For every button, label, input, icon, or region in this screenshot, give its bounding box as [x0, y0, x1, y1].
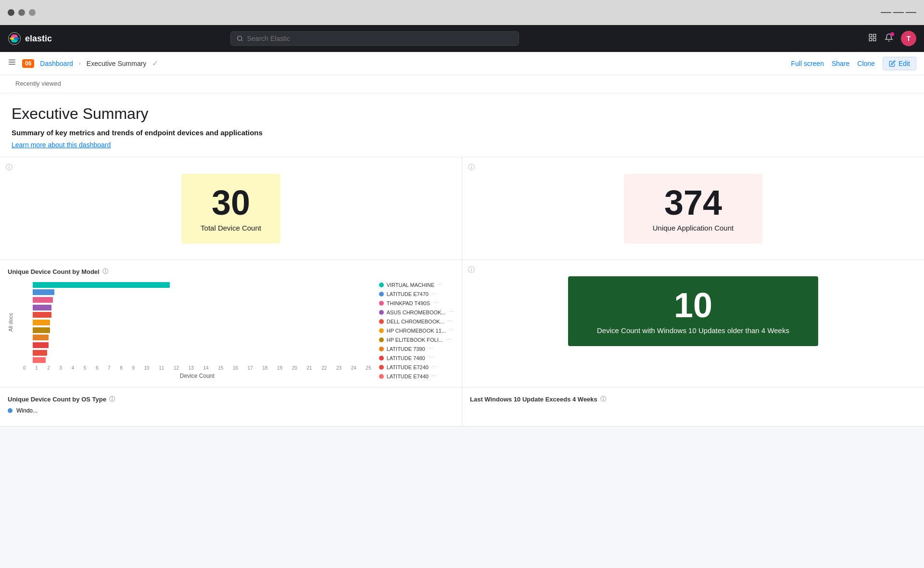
legend-dot — [379, 365, 384, 370]
legend-item[interactable]: ASUS CHROMEBOOK...⋯ — [379, 309, 454, 315]
x-axis-tick: 2 — [47, 365, 50, 371]
legend-item[interactable]: HP ELITEBOOK FOLI...⋯ — [379, 336, 454, 343]
last-windows-info-icon[interactable]: ⓘ — [600, 395, 606, 403]
elastic-logo[interactable]: elastic — [8, 32, 52, 45]
legend-more-icon[interactable]: ⋯ — [431, 364, 437, 370]
legend-dot — [379, 328, 384, 333]
legend-item[interactable]: DELL CHROMEBOOK...⋯ — [379, 318, 454, 324]
breadcrumb-dashboard[interactable]: Dashboard — [40, 60, 73, 67]
device-os-info-icon[interactable]: ⓘ — [109, 395, 115, 403]
legend-more-icon[interactable]: ⋯ — [449, 309, 454, 315]
legend-label: LATITUDE E7440 — [387, 374, 429, 379]
legend-more-icon[interactable]: ⋯ — [447, 318, 453, 324]
device-model-title: Unique Device Count by Model ⓘ — [8, 268, 454, 276]
bar-fill[interactable] — [33, 350, 47, 356]
bar-row — [33, 327, 371, 334]
x-axis-label: Device Count — [8, 373, 371, 379]
x-axis-tick: 23 — [336, 365, 342, 371]
legend-more-icon[interactable]: ⋯ — [437, 282, 443, 288]
legend-item[interactable]: LATITUDE 7390⋯ — [379, 346, 454, 352]
recently-viewed-tab[interactable]: Recently viewed — [8, 75, 69, 93]
legend-dot — [379, 301, 384, 306]
total-device-box: 30 Total Device Count — [181, 174, 280, 244]
edit-button[interactable]: Edit — [883, 57, 916, 70]
bar-fill[interactable] — [33, 282, 170, 288]
learn-more-link[interactable]: Learn more about this dashboard — [12, 141, 111, 149]
unique-app-info-icon[interactable]: ⓘ — [468, 163, 475, 172]
last-windows-update-cell: Last Windows 10 Update Exceeds 4 Weeks ⓘ — [462, 387, 924, 426]
menu-icon[interactable] — [8, 58, 16, 69]
full-screen-link[interactable]: Full screen — [791, 60, 823, 67]
x-axis-tick: 17 — [248, 365, 253, 371]
avatar[interactable]: T — [901, 31, 916, 46]
legend-dot — [379, 356, 384, 361]
total-device-metric: 30 Total Device Count — [8, 165, 454, 252]
legend-dot — [379, 310, 384, 315]
windows-update-info-icon[interactable]: ⓘ — [468, 266, 475, 274]
legend-more-icon[interactable]: ⋯ — [428, 355, 433, 361]
x-axis-tick: 6 — [96, 365, 99, 371]
search-bar[interactable] — [230, 31, 519, 46]
bar-fill[interactable] — [33, 327, 50, 333]
bell-icon[interactable] — [885, 33, 893, 44]
clone-link[interactable]: Clone — [857, 60, 875, 67]
grid-icon[interactable] — [868, 33, 877, 44]
hamburger-line-1 — [881, 12, 891, 13]
x-axis-tick: 25 — [366, 365, 371, 371]
legend-more-icon[interactable]: ⋯ — [433, 300, 438, 306]
hamburger-line-2 — [893, 12, 904, 13]
search-icon — [237, 35, 243, 42]
legend-more-icon[interactable]: ⋯ — [449, 327, 454, 334]
edit-label: Edit — [899, 60, 910, 67]
legend-more-icon[interactable]: ⋯ — [446, 336, 451, 343]
device-os-legend: Windo... — [8, 407, 454, 414]
unique-app-number: 374 — [653, 185, 734, 220]
bar-fill[interactable] — [33, 357, 46, 363]
breadcrumb-separator: › — [79, 60, 81, 67]
legend-label: THINKPAD T490S — [387, 300, 430, 306]
nav-icons: T — [868, 31, 916, 46]
svg-rect-6 — [869, 34, 872, 37]
breadcrumb-check[interactable]: ✓ — [152, 59, 158, 68]
legend-item[interactable]: LATITUDE 7480⋯ — [379, 355, 454, 361]
dashboard-grid: ⓘ 30 Total Device Count ⓘ 374 Unique App… — [0, 157, 924, 426]
bars-wrapper — [17, 282, 371, 363]
edit-icon — [889, 60, 896, 67]
bar-fill[interactable] — [33, 335, 49, 340]
bar-fill[interactable] — [33, 312, 51, 318]
x-axis-tick: 4 — [72, 365, 75, 371]
unique-app-box: 374 Unique Application Count — [624, 174, 762, 244]
bar-fill[interactable] — [33, 305, 51, 310]
bar-fill[interactable] — [33, 320, 50, 325]
share-link[interactable]: Share — [832, 60, 849, 67]
bar-fill[interactable] — [33, 297, 53, 303]
legend-item[interactable]: LATITUDE E7470⋯ — [379, 291, 454, 297]
bar-row — [33, 312, 371, 319]
traffic-light-yellow[interactable] — [18, 9, 25, 16]
page-title: Executive Summary — [12, 105, 912, 123]
unique-app-label: Unique Application Count — [653, 224, 734, 232]
windows-legend-dot — [8, 408, 13, 413]
legend-more-icon[interactable]: ⋯ — [428, 346, 433, 352]
device-model-info-icon[interactable]: ⓘ — [102, 268, 108, 276]
x-axis-tick: 20 — [292, 365, 297, 371]
legend-more-icon[interactable]: ⋯ — [431, 373, 437, 379]
total-device-number: 30 — [201, 185, 261, 220]
legend-item[interactable]: HP CHROMEBOOK 11...⋯ — [379, 327, 454, 334]
x-axis-tick: 14 — [203, 365, 208, 371]
bar-row — [33, 282, 371, 288]
charts-row-1: Unique Device Count by Model ⓘ All docs … — [0, 260, 924, 387]
bar-fill[interactable] — [33, 342, 49, 348]
traffic-light-red[interactable] — [8, 9, 14, 16]
legend-item[interactable]: LATITUDE E7240⋯ — [379, 364, 454, 370]
bar-row — [33, 289, 371, 296]
traffic-light-gray[interactable] — [29, 9, 36, 16]
legend-item[interactable]: THINKPAD T490S⋯ — [379, 300, 454, 306]
legend-item[interactable]: VIRTUAL MACHINE⋯ — [379, 282, 454, 288]
search-input[interactable] — [247, 35, 513, 42]
legend-item[interactable]: LATITUDE E7440⋯ — [379, 373, 454, 379]
title-bar-menu[interactable] — [881, 11, 916, 14]
total-device-info-icon[interactable]: ⓘ — [6, 163, 13, 172]
legend-more-icon[interactable]: ⋯ — [431, 291, 437, 297]
bar-fill[interactable] — [33, 289, 54, 295]
